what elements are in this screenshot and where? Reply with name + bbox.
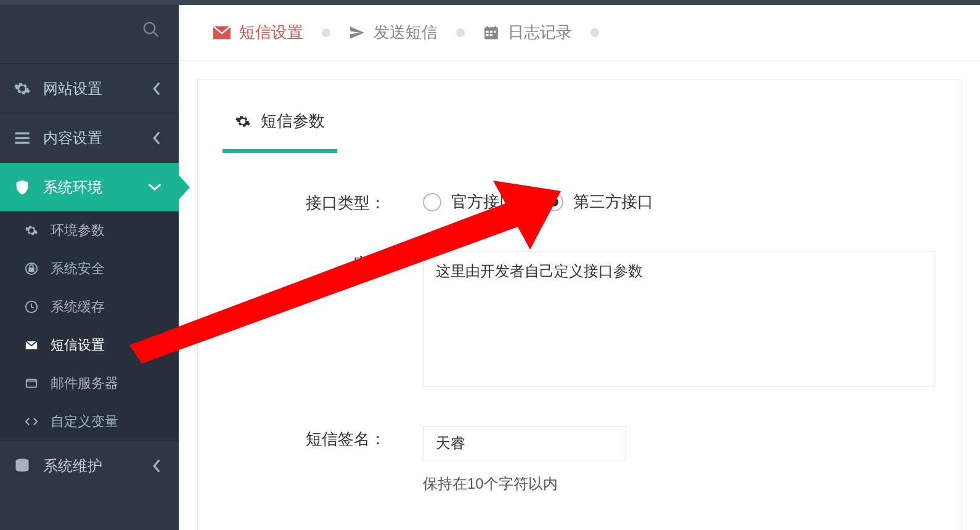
bars-icon [14,129,43,147]
submenu-item-label: 系统缓存 [51,298,105,316]
sidebar-item-label: 内容设置 [43,128,148,148]
tab-label: 短信设置 [239,22,303,43]
tab-separator-dot [322,28,330,37]
submenu-item-label: 环境参数 [51,221,105,240]
chevron-left-icon [148,459,161,473]
submenu-item-sms-settings[interactable]: 短信设置 [0,326,179,364]
submenu-item-custom-vars[interactable]: 自定义变量 [0,402,179,441]
submenu-item-system-security[interactable]: 系统安全 [0,250,179,288]
svg-rect-4 [15,141,29,144]
svg-rect-2 [15,132,29,134]
tab-separator-dot [590,28,599,37]
svg-rect-6 [29,268,33,272]
tab-label: 发送短信 [374,22,438,43]
submenu-item-label: 短信设置 [51,336,105,354]
tab-log-records[interactable]: 日志记录 [473,22,582,43]
chevron-down-icon [148,183,161,192]
sidebar-item-website-settings[interactable]: 网站设置 [0,63,179,113]
top-tabbar: 短信设置 发送短信 日志记录 [179,5,980,60]
textarea-field-config[interactable] [423,251,934,386]
form-label-field-config: 字段 [223,251,423,275]
submenu-item-label: 系统安全 [51,259,105,278]
sidebar-item-label: 网站设置 [43,79,148,99]
svg-rect-12 [490,30,492,32]
shield-icon [14,179,43,196]
panel: 短信参数 接口类型： 官方接口 第三方接口 [197,79,962,530]
chevron-left-icon [148,131,161,145]
database-icon [14,457,43,475]
svg-rect-13 [494,30,496,32]
radio-circle-icon [545,193,563,211]
tab-send-sms[interactable]: 发送短信 [339,22,447,43]
radio-third-party-interface[interactable]: 第三方接口 [545,191,653,213]
gear-icon [25,224,51,237]
radio-circle-icon [423,193,441,211]
svg-rect-14 [486,34,488,36]
hint-sms-sign: 保持在10个字符以内 [423,474,936,494]
sidebar-item-label: 系统维护 [43,456,148,476]
svg-line-1 [153,32,158,37]
tab-separator-dot [456,28,465,37]
paper-plane-icon [349,25,365,41]
clock-icon [25,300,51,314]
submenu-item-label: 邮件服务器 [51,374,118,393]
gear-icon [14,80,43,97]
gear-icon [235,113,251,129]
tab-sms-settings[interactable]: 短信设置 [203,22,313,43]
sidebar-item-system-maintenance[interactable]: 系统维护 [0,441,179,490]
main-content: 短信设置 发送短信 日志记录 [179,5,980,530]
form-label-interface-type: 接口类型： [223,190,423,214]
svg-rect-10 [484,27,498,39]
sidebar-item-system-environment[interactable]: 系统环境 [0,162,179,211]
svg-rect-15 [490,34,492,36]
sidebar-item-content-settings[interactable]: 内容设置 [0,113,179,162]
form-row-field-config: 字段 [223,251,936,389]
chevron-left-icon [148,82,161,96]
radio-label: 第三方接口 [573,191,653,213]
radio-official-interface[interactable]: 官方接口 [423,191,515,213]
form-row-interface-type: 接口类型： 官方接口 第三方接口 [223,190,936,214]
content-area: 短信参数 接口类型： 官方接口 第三方接口 [179,60,980,530]
tab-label: 日志记录 [508,22,572,43]
panel-tab-sms-params[interactable]: 短信参数 [223,110,337,153]
submenu-item-system-cache[interactable]: 系统缓存 [0,288,179,326]
svg-rect-3 [15,137,29,139]
lock-icon [25,262,51,275]
svg-rect-11 [486,30,488,32]
search-icon [142,20,160,39]
panel-tab-label: 短信参数 [261,110,325,132]
sidebar: 网站设置 内容设置 系统环境 [0,5,179,530]
form-row-sms-sign: 短信签名： 保持在10个字符以内 [223,426,936,494]
sidebar-submenu: 环境参数 系统安全 系统缓存 短信设置 [0,211,179,441]
submenu-item-label: 自定义变量 [51,412,118,431]
envelope-icon [25,338,51,352]
submenu-item-env-params[interactable]: 环境参数 [0,211,179,250]
radio-group-interface-type: 官方接口 第三方接口 [423,191,936,213]
radio-label: 官方接口 [451,191,515,213]
envelope-icon [213,26,231,39]
code-icon [25,415,51,428]
svg-point-0 [144,23,155,34]
input-sms-sign[interactable] [423,426,626,460]
sidebar-search[interactable] [0,5,179,63]
top-strip [0,0,980,5]
submenu-item-mail-server[interactable]: 邮件服务器 [0,364,179,402]
mailbox-icon [25,377,51,390]
sidebar-item-label: 系统环境 [43,177,148,197]
calendar-icon [483,25,499,41]
form-label-sms-sign: 短信签名： [223,426,423,450]
